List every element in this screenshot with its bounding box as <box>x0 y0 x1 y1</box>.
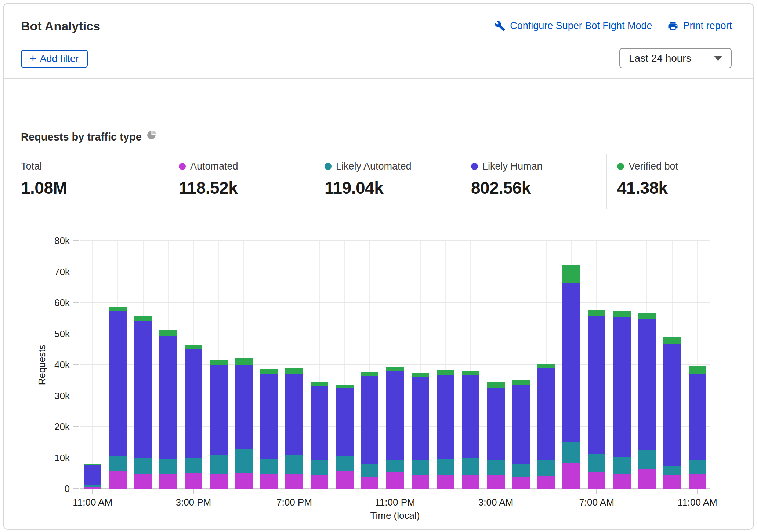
bar-segment-likely-human[interactable] <box>638 319 656 450</box>
bar-segment-likely-human[interactable] <box>537 368 555 460</box>
bar-segment-likely-human[interactable] <box>663 344 681 466</box>
bar-segment-verified-bot[interactable] <box>487 382 505 388</box>
bar-segment-verified-bot[interactable] <box>260 369 278 374</box>
bar-segment-likely-automated[interactable] <box>210 455 228 474</box>
bar-segment-likely-human[interactable] <box>84 465 101 485</box>
bar-segment-likely-human[interactable] <box>210 365 228 455</box>
bar-segment-likely-human[interactable] <box>437 375 454 459</box>
time-range-dropdown[interactable]: Last 24 hours <box>619 48 732 68</box>
bar-segment-likely-human[interactable] <box>462 375 479 458</box>
bar-segment-likely-human[interactable] <box>588 316 605 454</box>
bar-segment-verified-bot[interactable] <box>134 316 152 321</box>
bar-segment-likely-automated[interactable] <box>512 464 530 477</box>
bar-segment-likely-human[interactable] <box>487 388 505 460</box>
bar-segment-verified-bot[interactable] <box>210 360 228 365</box>
bar-segment-likely-automated[interactable] <box>638 450 656 469</box>
bar-segment-likely-automated[interactable] <box>437 459 454 475</box>
bar-segment-automated[interactable] <box>613 474 631 489</box>
bar-segment-likely-human[interactable] <box>613 317 631 457</box>
bar-segment-likely-automated[interactable] <box>235 449 253 473</box>
bar-segment-likely-automated[interactable] <box>588 454 605 472</box>
bar-segment-automated[interactable] <box>638 469 656 489</box>
stat-likely-human[interactable]: Likely Human 802.56k <box>471 161 543 198</box>
bar-segment-automated[interactable] <box>159 474 177 489</box>
bar-segment-likely-automated[interactable] <box>412 460 429 475</box>
print-report-link[interactable]: Print report <box>667 20 732 32</box>
bar-segment-likely-automated[interactable] <box>311 460 328 475</box>
bar-segment-verified-bot[interactable] <box>285 368 303 374</box>
bar-segment-likely-human[interactable] <box>412 377 429 460</box>
bar-segment-likely-human[interactable] <box>235 365 253 449</box>
bar-segment-likely-human[interactable] <box>185 349 202 458</box>
bar-segment-automated[interactable] <box>386 472 404 489</box>
bar-segment-likely-automated[interactable] <box>562 442 580 463</box>
bar-segment-verified-bot[interactable] <box>562 265 580 283</box>
bar-segment-likely-human[interactable] <box>386 371 404 460</box>
bar-segment-automated[interactable] <box>462 475 479 489</box>
bar-segment-verified-bot[interactable] <box>361 372 378 376</box>
bar-segment-automated[interactable] <box>84 487 101 489</box>
bar-segment-verified-bot[interactable] <box>613 311 631 317</box>
stat-verified-bot[interactable]: Verified bot 41.38k <box>617 161 678 198</box>
bar-segment-verified-bot[interactable] <box>84 464 101 465</box>
bar-segment-verified-bot[interactable] <box>638 313 656 319</box>
bar-segment-verified-bot[interactable] <box>185 345 202 349</box>
bar-segment-automated[interactable] <box>336 471 354 489</box>
bar-segment-likely-automated[interactable] <box>537 460 555 477</box>
bar-segment-verified-bot[interactable] <box>311 382 328 386</box>
bar-segment-automated[interactable] <box>412 475 429 489</box>
bar-segment-likely-human[interactable] <box>336 388 354 455</box>
bar-segment-likely-human[interactable] <box>134 321 152 458</box>
bar-segment-likely-automated[interactable] <box>84 485 101 487</box>
bar-segment-automated[interactable] <box>437 475 454 489</box>
stat-likely-automated[interactable]: Likely Automated 119.04k <box>325 161 412 198</box>
bar-segment-automated[interactable] <box>210 474 228 489</box>
bar-segment-likely-human[interactable] <box>109 311 127 456</box>
bar-segment-automated[interactable] <box>260 474 278 489</box>
configure-super-bot-fight-mode-link[interactable]: Configure Super Bot Fight Mode <box>495 20 652 32</box>
bar-segment-verified-bot[interactable] <box>386 367 404 371</box>
bar-segment-likely-automated[interactable] <box>462 458 479 475</box>
bar-segment-automated[interactable] <box>361 477 378 489</box>
bar-segment-likely-human[interactable] <box>512 385 530 464</box>
bar-segment-likely-automated[interactable] <box>689 460 706 474</box>
bar-segment-likely-automated[interactable] <box>285 455 303 474</box>
bar-segment-likely-human[interactable] <box>361 376 378 463</box>
bar-segment-verified-bot[interactable] <box>412 373 429 377</box>
bar-segment-verified-bot[interactable] <box>462 371 479 375</box>
bar-segment-likely-automated[interactable] <box>663 466 681 475</box>
add-filter-button[interactable]: + Add filter <box>21 50 88 68</box>
bar-segment-automated[interactable] <box>512 477 530 489</box>
bar-segment-verified-bot[interactable] <box>109 307 127 311</box>
bar-segment-automated[interactable] <box>134 474 152 489</box>
bar-segment-verified-bot[interactable] <box>663 337 681 344</box>
bar-segment-likely-human[interactable] <box>311 386 328 460</box>
bar-segment-likely-automated[interactable] <box>613 457 631 474</box>
bar-segment-automated[interactable] <box>487 475 505 489</box>
bar-segment-automated[interactable] <box>311 475 328 489</box>
bar-segment-likely-human[interactable] <box>689 374 706 459</box>
bar-segment-likely-automated[interactable] <box>386 460 404 472</box>
bar-segment-automated[interactable] <box>588 472 605 489</box>
bar-segment-automated[interactable] <box>689 474 706 489</box>
bar-segment-verified-bot[interactable] <box>537 364 555 368</box>
bar-segment-verified-bot[interactable] <box>588 310 605 316</box>
bar-segment-automated[interactable] <box>235 473 253 489</box>
bar-segment-automated[interactable] <box>537 476 555 489</box>
bar-segment-automated[interactable] <box>285 474 303 489</box>
stat-automated[interactable]: Automated 118.52k <box>179 161 238 198</box>
bar-segment-verified-bot[interactable] <box>437 370 454 375</box>
bar-segment-verified-bot[interactable] <box>512 380 530 385</box>
bar-segment-likely-automated[interactable] <box>260 459 278 474</box>
bar-segment-likely-automated[interactable] <box>487 460 505 475</box>
bar-segment-likely-human[interactable] <box>562 283 580 442</box>
bar-segment-likely-automated[interactable] <box>159 459 177 474</box>
bar-segment-verified-bot[interactable] <box>159 330 177 336</box>
bar-segment-likely-automated[interactable] <box>134 458 152 474</box>
bar-segment-verified-bot[interactable] <box>689 366 706 374</box>
bar-segment-likely-automated[interactable] <box>336 456 354 471</box>
bar-segment-likely-automated[interactable] <box>109 456 127 471</box>
bar-segment-verified-bot[interactable] <box>336 385 354 388</box>
bar-segment-automated[interactable] <box>663 475 681 489</box>
bar-segment-automated[interactable] <box>109 471 127 489</box>
